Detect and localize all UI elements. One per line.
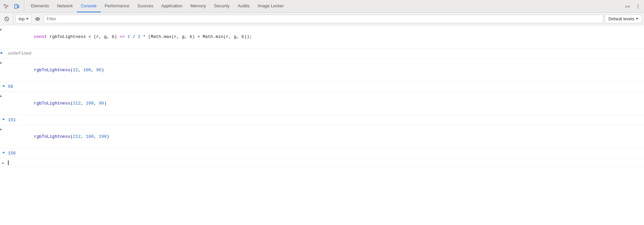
tab-bar-end: >>	[623, 2, 643, 11]
device-toggle-button[interactable]	[12, 2, 21, 11]
input-caret: ▶	[0, 160, 7, 165]
console-entry-6: ◀ 151	[0, 115, 644, 125]
arg1-5: 212	[73, 101, 80, 106]
svg-rect-1	[18, 5, 19, 8]
entry-content-1: const rgbToLightness = (r, g, b) => 1 / …	[7, 26, 644, 47]
context-label: top	[19, 16, 25, 21]
fn-call-5: rgbToLightness	[34, 101, 70, 106]
eye-button[interactable]	[33, 14, 42, 24]
entry-content-6: 151	[7, 116, 644, 124]
console-entry-5: ▶ rgbToLightness(212, 100, 90)	[0, 92, 644, 115]
entry-content-7: rgbToLightness(212, 100, 190)	[7, 126, 644, 147]
svg-point-8	[36, 18, 40, 20]
filter-input[interactable]	[44, 15, 603, 23]
tab-network[interactable]: Network	[53, 0, 77, 12]
output-arrow-8: ◀	[0, 149, 7, 154]
devtools-menu-button[interactable]	[633, 2, 643, 11]
arrow: =>	[119, 34, 127, 39]
context-chevron-icon	[26, 18, 29, 20]
console-output[interactable]: ▶ const rgbToLightness = (r, g, b) => 1 …	[0, 25, 644, 225]
rest: * (Math.max(r, g, b) + Math.min(r, g, b)…	[140, 34, 252, 39]
arg1-7: 212	[73, 134, 80, 139]
levels-chevron-icon	[636, 18, 638, 20]
arg3-7: 190	[99, 134, 106, 139]
output-arrow-6: ◀	[0, 116, 7, 121]
console-toolbar: top Default levels	[0, 13, 644, 25]
svg-text:>>: >>	[625, 4, 630, 9]
arg1-3: 12	[73, 68, 78, 73]
svg-point-9	[37, 18, 38, 20]
select-element-button[interactable]	[1, 2, 11, 11]
entry-content-2: undefined	[7, 50, 644, 58]
clear-console-button[interactable]	[2, 14, 11, 24]
num2: 2	[138, 34, 140, 39]
console-entry-3: ▶ rgbToLightness(12, 100, 90)	[0, 59, 644, 82]
levels-label: Default levels	[608, 16, 634, 21]
tab-application[interactable]: Application	[157, 0, 187, 12]
input-arrow-5[interactable]: ▶	[0, 93, 7, 98]
console-entry-7: ▶ rgbToLightness(212, 100, 190)	[0, 125, 644, 148]
fn-call-3: rgbToLightness	[34, 68, 70, 73]
args-3: (	[70, 68, 73, 73]
tab-performance[interactable]: Performance	[101, 0, 133, 12]
svg-line-7	[6, 18, 8, 20]
entry-content-8: 156	[7, 149, 644, 157]
num1: 1	[127, 34, 130, 39]
svg-point-5	[638, 7, 638, 8]
tab-bar: Elements Network Console Performance Sou…	[0, 0, 644, 13]
tab-sources[interactable]: Sources	[133, 0, 157, 12]
console-entry-8: ◀ 156	[0, 148, 644, 159]
console-entry-2: ◀ undefined	[0, 49, 644, 59]
eq: = (r, g, b)	[88, 34, 120, 39]
input-arrow-1[interactable]: ▶	[0, 26, 7, 32]
tab-elements[interactable]: Elements	[27, 0, 53, 12]
output-arrow-2: ◀	[0, 50, 7, 55]
arg2-5: 100	[86, 101, 93, 106]
entry-content-4: 56	[7, 83, 644, 91]
tab-console[interactable]: Console	[77, 0, 101, 12]
toolbar-left-group	[2, 13, 14, 25]
console-area: ▶ const rgbToLightness = (r, g, b) => 1 …	[0, 25, 644, 225]
cursor-bar	[8, 160, 9, 165]
arg2-3: 100	[83, 68, 91, 73]
input-arrow-7[interactable]: ▶	[0, 126, 7, 131]
input-arrow-3[interactable]: ▶	[0, 60, 7, 65]
tab-bar-icons	[1, 0, 24, 12]
entry-content-5: rgbToLightness(212, 100, 90)	[7, 93, 644, 114]
arg3-3: 90	[96, 68, 101, 73]
tab-image-locker[interactable]: Image Locker	[253, 0, 288, 12]
keyword-const: const	[34, 34, 50, 39]
op1: /	[130, 34, 138, 39]
levels-button[interactable]: Default levels	[605, 15, 642, 23]
context-selector[interactable]: top	[16, 15, 32, 23]
svg-point-3	[638, 4, 638, 5]
svg-point-4	[638, 6, 638, 6]
fn-name: rgbToLightness	[50, 34, 88, 39]
svg-rect-0	[15, 4, 17, 8]
entry-content-3: rgbToLightness(12, 100, 90)	[7, 60, 644, 81]
fn-call-7: rgbToLightness	[34, 134, 70, 139]
tab-memory[interactable]: Memory	[186, 0, 210, 12]
console-entry-4: ◀ 56	[0, 82, 644, 92]
console-input-line[interactable]: ▶	[0, 158, 644, 167]
arg2-7: 100	[86, 134, 93, 139]
devtools-container: Elements Network Console Performance Sou…	[0, 0, 644, 225]
arg3-5: 90	[99, 101, 104, 106]
tab-security[interactable]: Security	[210, 0, 234, 12]
console-entry-1: ▶ const rgbToLightness = (r, g, b) => 1 …	[0, 25, 644, 49]
more-tabs-button[interactable]: >>	[623, 2, 632, 11]
console-input-cursor	[7, 159, 10, 166]
tab-audits[interactable]: Audits	[234, 0, 253, 12]
output-arrow-4: ◀	[0, 83, 7, 88]
